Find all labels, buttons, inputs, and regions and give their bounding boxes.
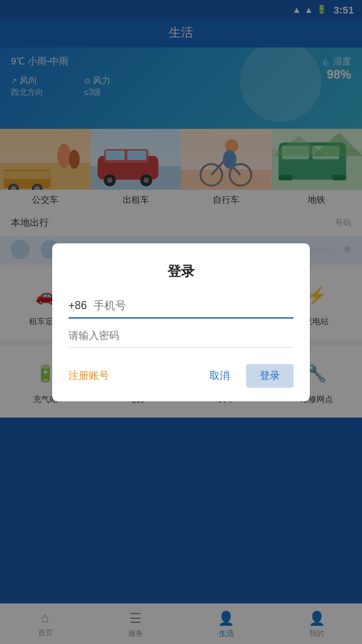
modal-actions: 注册账号 取消 登录 [68, 364, 294, 388]
country-code: +86 [68, 300, 87, 312]
modal-right-actions: 取消 登录 [199, 364, 294, 388]
password-input[interactable] [68, 329, 294, 341]
password-input-row [68, 329, 294, 348]
cancel-button[interactable]: 取消 [199, 364, 241, 388]
phone-input-row: +86 [68, 300, 294, 319]
modal-title: 登录 [68, 262, 294, 281]
register-button[interactable]: 注册账号 [68, 369, 109, 382]
login-button[interactable]: 登录 [246, 364, 294, 388]
login-modal: 登录 +86 注册账号 取消 登录 [52, 243, 310, 401]
phone-input[interactable] [94, 300, 294, 312]
modal-overlay[interactable]: 登录 +86 注册账号 取消 登录 [0, 0, 362, 644]
